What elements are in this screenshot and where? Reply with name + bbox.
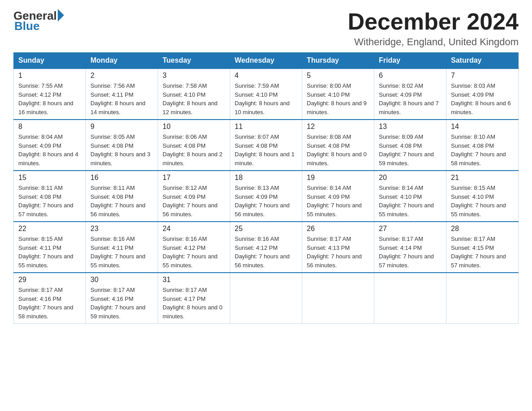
day-number: 13 bbox=[379, 123, 442, 131]
calendar-header-row: SundayMondayTuesdayWednesdayThursdayFrid… bbox=[14, 53, 519, 69]
day-info: Sunrise: 8:07 AM Sunset: 4:08 PM Dayligh… bbox=[235, 133, 297, 167]
calendar-cell: 1 Sunrise: 7:55 AM Sunset: 4:12 PM Dayli… bbox=[14, 68, 86, 120]
month-title: December 2024 bbox=[348, 9, 519, 34]
day-info: Sunrise: 8:02 AM Sunset: 4:09 PM Dayligh… bbox=[379, 81, 442, 116]
page-header: General Blue December 2024 Witheridge, E… bbox=[13, 9, 519, 48]
day-info: Sunrise: 8:13 AM Sunset: 4:09 PM Dayligh… bbox=[235, 184, 297, 218]
day-number: 26 bbox=[307, 225, 369, 233]
calendar-cell: 7 Sunrise: 8:03 AM Sunset: 4:09 PM Dayli… bbox=[446, 68, 519, 120]
day-info: Sunrise: 7:55 AM Sunset: 4:12 PM Dayligh… bbox=[18, 81, 81, 116]
day-number: 27 bbox=[379, 225, 442, 233]
day-info: Sunrise: 8:17 AM Sunset: 4:14 PM Dayligh… bbox=[379, 235, 442, 270]
weekday-header-monday: Monday bbox=[86, 53, 158, 69]
day-info: Sunrise: 8:08 AM Sunset: 4:08 PM Dayligh… bbox=[307, 133, 369, 167]
calendar-cell bbox=[374, 273, 446, 324]
day-number: 29 bbox=[18, 276, 81, 284]
day-info: Sunrise: 8:17 AM Sunset: 4:16 PM Dayligh… bbox=[18, 286, 81, 321]
title-block: December 2024 Witheridge, England, Unite… bbox=[348, 9, 519, 48]
calendar-cell: 26 Sunrise: 8:17 AM Sunset: 4:13 PM Dayl… bbox=[302, 222, 374, 273]
day-number: 4 bbox=[235, 72, 297, 80]
day-number: 16 bbox=[90, 174, 153, 182]
calendar-cell: 6 Sunrise: 8:02 AM Sunset: 4:09 PM Dayli… bbox=[374, 68, 446, 120]
day-number: 18 bbox=[235, 174, 297, 182]
day-number: 8 bbox=[18, 123, 81, 131]
calendar-cell: 10 Sunrise: 8:06 AM Sunset: 4:08 PM Dayl… bbox=[158, 120, 230, 171]
calendar-cell: 8 Sunrise: 8:04 AM Sunset: 4:09 PM Dayli… bbox=[14, 120, 86, 171]
day-info: Sunrise: 8:15 AM Sunset: 4:10 PM Dayligh… bbox=[451, 184, 514, 218]
day-number: 28 bbox=[451, 225, 514, 233]
calendar-cell: 24 Sunrise: 8:16 AM Sunset: 4:12 PM Dayl… bbox=[158, 222, 230, 273]
calendar-cell: 5 Sunrise: 8:00 AM Sunset: 4:10 PM Dayli… bbox=[302, 68, 374, 120]
day-number: 19 bbox=[307, 174, 369, 182]
calendar-cell: 31 Sunrise: 8:17 AM Sunset: 4:17 PM Dayl… bbox=[158, 273, 230, 324]
calendar-cell: 16 Sunrise: 8:11 AM Sunset: 4:08 PM Dayl… bbox=[86, 171, 158, 222]
calendar-cell: 23 Sunrise: 8:16 AM Sunset: 4:11 PM Dayl… bbox=[86, 222, 158, 273]
day-info: Sunrise: 7:56 AM Sunset: 4:11 PM Dayligh… bbox=[90, 81, 153, 116]
day-number: 21 bbox=[451, 174, 514, 182]
day-info: Sunrise: 8:15 AM Sunset: 4:11 PM Dayligh… bbox=[18, 235, 81, 270]
weekday-header-tuesday: Tuesday bbox=[158, 53, 230, 69]
day-info: Sunrise: 8:17 AM Sunset: 4:16 PM Dayligh… bbox=[90, 286, 153, 321]
day-number: 12 bbox=[307, 123, 369, 131]
day-info: Sunrise: 8:12 AM Sunset: 4:09 PM Dayligh… bbox=[163, 184, 225, 218]
calendar-cell: 17 Sunrise: 8:12 AM Sunset: 4:09 PM Dayl… bbox=[158, 171, 230, 222]
day-info: Sunrise: 8:17 AM Sunset: 4:17 PM Dayligh… bbox=[163, 286, 225, 321]
day-number: 22 bbox=[18, 225, 81, 233]
day-number: 10 bbox=[163, 123, 225, 131]
day-number: 7 bbox=[451, 72, 514, 80]
calendar-week-2: 8 Sunrise: 8:04 AM Sunset: 4:09 PM Dayli… bbox=[14, 120, 519, 171]
day-number: 2 bbox=[90, 72, 153, 80]
weekday-header-wednesday: Wednesday bbox=[230, 53, 302, 69]
day-info: Sunrise: 8:03 AM Sunset: 4:09 PM Dayligh… bbox=[451, 81, 514, 116]
calendar-cell: 30 Sunrise: 8:17 AM Sunset: 4:16 PM Dayl… bbox=[86, 273, 158, 324]
weekday-header-saturday: Saturday bbox=[446, 53, 519, 69]
day-number: 9 bbox=[90, 123, 153, 131]
calendar-cell bbox=[230, 273, 302, 324]
calendar-cell: 9 Sunrise: 8:05 AM Sunset: 4:08 PM Dayli… bbox=[86, 120, 158, 171]
day-number: 3 bbox=[163, 72, 225, 80]
logo-arrow-icon bbox=[58, 9, 64, 21]
calendar-table: SundayMondayTuesdayWednesdayThursdayFrid… bbox=[13, 52, 519, 324]
day-info: Sunrise: 8:05 AM Sunset: 4:08 PM Dayligh… bbox=[90, 133, 153, 167]
day-number: 11 bbox=[235, 123, 297, 131]
calendar-week-1: 1 Sunrise: 7:55 AM Sunset: 4:12 PM Dayli… bbox=[14, 68, 519, 120]
calendar-cell bbox=[446, 273, 519, 324]
calendar-week-4: 22 Sunrise: 8:15 AM Sunset: 4:11 PM Dayl… bbox=[14, 222, 519, 273]
weekday-header-sunday: Sunday bbox=[14, 53, 86, 69]
calendar-cell: 3 Sunrise: 7:58 AM Sunset: 4:10 PM Dayli… bbox=[158, 68, 230, 120]
day-number: 24 bbox=[163, 225, 225, 233]
calendar-cell: 27 Sunrise: 8:17 AM Sunset: 4:14 PM Dayl… bbox=[374, 222, 446, 273]
day-info: Sunrise: 8:16 AM Sunset: 4:11 PM Dayligh… bbox=[90, 235, 153, 270]
calendar-cell: 2 Sunrise: 7:56 AM Sunset: 4:11 PM Dayli… bbox=[86, 68, 158, 120]
weekday-header-thursday: Thursday bbox=[302, 53, 374, 69]
calendar-cell: 4 Sunrise: 7:59 AM Sunset: 4:10 PM Dayli… bbox=[230, 68, 302, 120]
day-info: Sunrise: 8:06 AM Sunset: 4:08 PM Dayligh… bbox=[163, 133, 225, 167]
day-number: 14 bbox=[451, 123, 514, 131]
day-info: Sunrise: 7:59 AM Sunset: 4:10 PM Dayligh… bbox=[235, 81, 297, 116]
weekday-header-friday: Friday bbox=[374, 53, 446, 69]
calendar-cell bbox=[302, 273, 374, 324]
day-info: Sunrise: 8:00 AM Sunset: 4:10 PM Dayligh… bbox=[307, 81, 369, 116]
day-info: Sunrise: 8:14 AM Sunset: 4:09 PM Dayligh… bbox=[307, 184, 369, 218]
day-info: Sunrise: 8:10 AM Sunset: 4:08 PM Dayligh… bbox=[451, 133, 514, 167]
calendar-week-3: 15 Sunrise: 8:11 AM Sunset: 4:08 PM Dayl… bbox=[14, 171, 519, 222]
day-number: 31 bbox=[163, 276, 225, 284]
calendar-cell: 19 Sunrise: 8:14 AM Sunset: 4:09 PM Dayl… bbox=[302, 171, 374, 222]
day-number: 25 bbox=[235, 225, 297, 233]
calendar-cell: 12 Sunrise: 8:08 AM Sunset: 4:08 PM Dayl… bbox=[302, 120, 374, 171]
calendar-cell: 15 Sunrise: 8:11 AM Sunset: 4:08 PM Dayl… bbox=[14, 171, 86, 222]
calendar-week-5: 29 Sunrise: 8:17 AM Sunset: 4:16 PM Dayl… bbox=[14, 273, 519, 324]
logo-blue-text: Blue bbox=[14, 19, 39, 33]
day-number: 1 bbox=[18, 72, 81, 80]
logo: General Blue bbox=[13, 9, 64, 33]
calendar-cell: 21 Sunrise: 8:15 AM Sunset: 4:10 PM Dayl… bbox=[446, 171, 519, 222]
day-info: Sunrise: 8:04 AM Sunset: 4:09 PM Dayligh… bbox=[18, 133, 81, 167]
day-info: Sunrise: 8:16 AM Sunset: 4:12 PM Dayligh… bbox=[235, 235, 297, 270]
day-info: Sunrise: 8:11 AM Sunset: 4:08 PM Dayligh… bbox=[90, 184, 153, 218]
calendar-cell: 28 Sunrise: 8:17 AM Sunset: 4:15 PM Dayl… bbox=[446, 222, 519, 273]
day-info: Sunrise: 8:16 AM Sunset: 4:12 PM Dayligh… bbox=[163, 235, 225, 270]
day-number: 15 bbox=[18, 174, 81, 182]
day-number: 6 bbox=[379, 72, 442, 80]
calendar-cell: 13 Sunrise: 8:09 AM Sunset: 4:08 PM Dayl… bbox=[374, 120, 446, 171]
day-number: 20 bbox=[379, 174, 442, 182]
